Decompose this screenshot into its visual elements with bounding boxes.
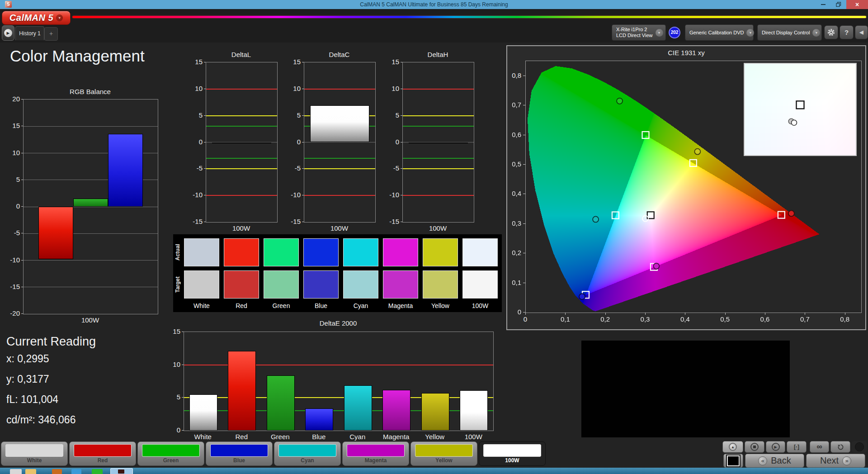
pattern-button-100w[interactable]: 100W bbox=[479, 441, 546, 466]
infinity-icon: ∞ bbox=[816, 442, 822, 451]
taskbar-icon[interactable] bbox=[92, 469, 103, 474]
taskbar-icon[interactable] bbox=[52, 469, 62, 474]
taskbar-icon[interactable] bbox=[71, 469, 81, 474]
taskbar-icon[interactable] bbox=[25, 469, 36, 474]
pattern-button-cyan[interactable]: Cyan bbox=[274, 441, 341, 466]
tick-mark bbox=[523, 76, 525, 76]
delta-c-chart: DeltaC 151050-5-10-15100W bbox=[286, 49, 378, 234]
tick-mark bbox=[302, 62, 304, 62]
expand-panel-button[interactable]: ▲ bbox=[722, 441, 743, 453]
pattern-button-blue[interactable]: Blue bbox=[206, 441, 273, 466]
tick-mark bbox=[302, 195, 304, 195]
y-tick-label: -10 bbox=[384, 191, 399, 199]
meter-status-indicator bbox=[852, 441, 867, 453]
reading-value: 346,066 bbox=[38, 414, 75, 426]
cie-target-cyan bbox=[612, 212, 619, 218]
tick-mark bbox=[401, 89, 402, 89]
delta-l-plot bbox=[206, 62, 278, 223]
tick-mark bbox=[21, 313, 23, 314]
play-button[interactable]: ▶ bbox=[766, 441, 785, 453]
pattern-button-white[interactable]: White bbox=[1, 441, 68, 466]
calman-window: 5 CalMAN 5 CalMAN Ultimate for Business … bbox=[0, 0, 868, 474]
settings-button[interactable] bbox=[824, 25, 838, 39]
source-dropdown[interactable]: Generic Calibration DVD ▼ bbox=[685, 24, 754, 41]
reference-line bbox=[304, 195, 375, 196]
close-button[interactable]: × bbox=[846, 0, 868, 9]
loop-button[interactable]: ∞ bbox=[810, 441, 829, 453]
swatch-row-label-actual: Actual bbox=[175, 238, 182, 266]
pattern-swatch bbox=[74, 444, 132, 457]
meter-dropdown[interactable]: X-Rite i1Pro 2LCD Direct View ▼ bbox=[612, 24, 666, 41]
cie-measured-magenta bbox=[653, 263, 659, 269]
frame-pattern-button[interactable]: [·] bbox=[787, 441, 807, 453]
windows-taskbar[interactable] bbox=[0, 468, 868, 474]
pattern-window-button[interactable] bbox=[723, 454, 743, 468]
next-button[interactable]: Next » bbox=[806, 454, 865, 468]
swatch-column-label: White bbox=[184, 302, 219, 309]
gridline bbox=[24, 260, 158, 261]
reading-row: fL: 101,004 bbox=[6, 389, 96, 410]
display-control-dropdown[interactable]: Direct Display Control ▼ bbox=[757, 24, 822, 41]
swatch-target-green bbox=[264, 270, 299, 299]
reference-line bbox=[304, 89, 375, 90]
tick-mark bbox=[523, 223, 525, 224]
pattern-swatch bbox=[210, 444, 268, 457]
collapse-panel-button[interactable]: ◀ bbox=[855, 25, 868, 39]
x-tick-label: 0,2 bbox=[596, 315, 614, 323]
taskbar-icon[interactable] bbox=[10, 469, 22, 474]
tab-history-1[interactable]: History 1 bbox=[15, 26, 44, 40]
y-tick-label: 15 bbox=[384, 58, 399, 66]
reference-line bbox=[206, 126, 277, 127]
status-dot-icon bbox=[855, 442, 864, 451]
x-tick-label: 0,8 bbox=[836, 315, 854, 323]
meter-count-badge[interactable]: 202 bbox=[669, 27, 680, 38]
pattern-button-yellow[interactable]: Yellow bbox=[410, 441, 477, 466]
tab-scroll-button[interactable]: ▶ bbox=[2, 25, 14, 41]
app-header: CalMAN 5 ▼ ▶ History 1 + X-Rite i1Pro 2L… bbox=[0, 9, 868, 43]
tick-mark bbox=[523, 312, 525, 313]
swatch-target-100w bbox=[462, 270, 498, 299]
pattern-button-label: 100W bbox=[479, 457, 545, 464]
refresh-button[interactable] bbox=[830, 441, 850, 453]
cie-inset-marker-2 bbox=[791, 120, 797, 125]
help-button[interactable]: ? bbox=[840, 25, 854, 39]
back-button[interactable]: « Back bbox=[745, 454, 804, 468]
y-tick-label: 5 bbox=[9, 175, 20, 184]
reference-line bbox=[403, 89, 474, 90]
cie-1931-panel: CIE 1931 xy 00,10,20,30,40,50,60,70,80,8… bbox=[506, 45, 866, 330]
x-axis-label: 100W bbox=[214, 224, 269, 232]
delta_e2000-bar-green bbox=[267, 375, 295, 431]
y-tick-label: -15 bbox=[9, 283, 20, 291]
minimize-button[interactable] bbox=[816, 0, 830, 9]
swatch-target-cyan bbox=[343, 270, 378, 299]
y-tick-label: 10 bbox=[286, 85, 301, 93]
reading-value: 0,2995 bbox=[17, 353, 49, 365]
pattern-window-icon bbox=[727, 455, 740, 466]
pattern-button-green[interactable]: Green bbox=[137, 441, 204, 466]
tick-mark bbox=[302, 89, 304, 89]
delta_e2000-bar-blue bbox=[305, 408, 333, 431]
restore-button[interactable] bbox=[832, 0, 845, 9]
swatch-column-label: Green bbox=[264, 302, 299, 309]
pattern-button-red[interactable]: Red bbox=[69, 441, 136, 466]
chevron-left-icon: « bbox=[758, 456, 767, 465]
delta_l-bar-100w bbox=[212, 142, 271, 143]
tick-mark bbox=[21, 180, 23, 180]
x-axis-label: 100W bbox=[63, 316, 118, 324]
y-tick-label: 0,2 bbox=[507, 249, 521, 257]
taskbar-active-app[interactable] bbox=[110, 468, 133, 474]
stop-button[interactable] bbox=[745, 441, 764, 453]
pattern-button-magenta[interactable]: Magenta bbox=[342, 441, 409, 466]
tick-mark bbox=[182, 332, 184, 332]
y-tick-label: 0,8 bbox=[507, 71, 521, 80]
chart-title: RGB Balance bbox=[23, 88, 157, 95]
calman-menu-button[interactable]: CalMAN 5 ▼ bbox=[2, 11, 71, 25]
tick-mark bbox=[21, 260, 23, 261]
swatch-table: ActualTargetWhiteRedGreenBlueCyanMagenta… bbox=[173, 234, 502, 312]
pattern-button-label: Yellow bbox=[411, 457, 477, 464]
new-tab-button[interactable]: + bbox=[44, 27, 58, 41]
tick-mark bbox=[21, 233, 23, 233]
cie-whitepoint-inset bbox=[744, 63, 857, 156]
y-tick-label: -5 bbox=[384, 164, 399, 172]
x-tick-label: 0,5 bbox=[716, 315, 734, 323]
